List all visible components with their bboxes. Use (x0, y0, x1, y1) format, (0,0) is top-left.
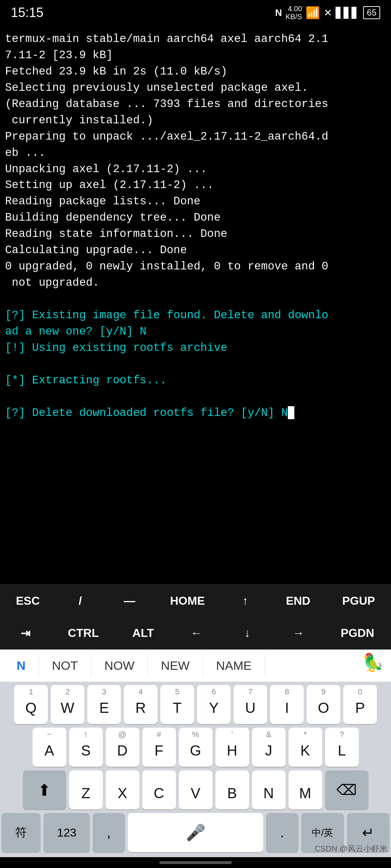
termux-btn-[interactable]: / (66, 591, 95, 610)
key-j[interactable]: &J (252, 728, 286, 767)
termux-btn-pgdn[interactable]: PGDN (335, 624, 380, 643)
termux-btn-home[interactable]: HOME (164, 591, 211, 610)
signal-icon: ▋▋▋ (336, 7, 360, 19)
network-icon: N (275, 7, 282, 18)
terminal-output: termux-main stable/main aarch64 axel aar… (0, 25, 391, 584)
key-u[interactable]: 7U (234, 685, 267, 724)
termux-btn-[interactable]: ← (182, 624, 211, 643)
keyboard-area: NNOTNOWNEWNAME › 🦜 1Q2W3E4R5T6Y7U8I9O0P … (0, 650, 391, 857)
key-l[interactable]: ?L (325, 728, 359, 767)
key-row-2: ~A!S@D#F%G'H&J*K?L (1, 728, 390, 767)
key-q[interactable]: 1Q (14, 685, 48, 724)
termux-btn-end[interactable]: END (280, 591, 316, 610)
suggestion-not[interactable]: NOT (39, 655, 92, 676)
key-e[interactable]: 3E (87, 685, 121, 724)
key-z[interactable]: Z (69, 770, 103, 809)
bottom-bar (0, 857, 391, 868)
watermark: CSDN @风云小虾米 (315, 843, 387, 854)
key-h[interactable]: 'H (215, 728, 249, 767)
suggestion-now[interactable]: NOW (91, 655, 148, 676)
suggestion-name[interactable]: NAME (203, 655, 265, 676)
suggestion-new[interactable]: NEW (148, 655, 203, 676)
status-time: 15:15 (11, 5, 43, 20)
termux-toolbar-1: ESC/—HOME↑ENDPGUP (0, 584, 391, 617)
key-a[interactable]: ~A (33, 728, 66, 767)
network-speed: 4.00KB/S (286, 5, 302, 21)
home-indicator (159, 861, 232, 864)
termux-btn-[interactable]: ⇥ (11, 624, 40, 643)
key-f[interactable]: #F (142, 728, 176, 767)
key-row-3: ⬆ ZXCVBNM⌫ (1, 770, 390, 809)
termux-btn-[interactable]: → (284, 624, 313, 643)
suggestions-list: NNOTNOWNEWNAME (4, 655, 376, 676)
key-o[interactable]: 9O (307, 685, 340, 724)
status-icons: N 4.00KB/S 📶 ✕ ▋▋▋ 65 (275, 5, 380, 21)
termux-btn-[interactable]: ↓ (233, 624, 262, 643)
termux-toolbar-2: ⇥CTRLALT←↓→PGDN (0, 617, 391, 650)
key-d[interactable]: @D (106, 728, 139, 767)
keyboard: 1Q2W3E4R5T6Y7U8I9O0P ~A!S@D#F%G'H&J*K?L … (0, 682, 391, 857)
period-key[interactable]: . (266, 813, 298, 852)
key-w[interactable]: 2W (51, 685, 84, 724)
key-p[interactable]: 0P (343, 685, 377, 724)
mic-icon: 🎤 (186, 823, 206, 842)
key-k[interactable]: *K (289, 728, 322, 767)
termux-btn-alt[interactable]: ALT (127, 624, 160, 643)
key-row-1: 1Q2W3E4R5T6Y7U8I9O0P (1, 685, 390, 724)
space-key[interactable]: 🎤 (128, 813, 263, 852)
backspace-key[interactable]: ⌫ (325, 770, 369, 809)
symbol-key[interactable]: 符 (1, 813, 41, 852)
suggestion-bar: NNOTNOWNEWNAME › 🦜 (0, 650, 391, 682)
key-n[interactable]: N (252, 770, 286, 809)
shift-key[interactable]: ⬆ (23, 770, 66, 809)
key-c[interactable]: C (142, 770, 176, 809)
key-x[interactable]: X (106, 770, 139, 809)
wifi-icon: 📶 (306, 6, 320, 20)
key-r[interactable]: 4R (124, 685, 157, 724)
key-v[interactable]: V (179, 770, 213, 809)
battery-icon: 65 (363, 6, 380, 19)
status-bar: 15:15 N 4.00KB/S 📶 ✕ ▋▋▋ 65 (0, 0, 391, 25)
key-g[interactable]: %G (179, 728, 213, 767)
emoji-icon: 🦜 (362, 652, 384, 673)
suggestion-n[interactable]: N (4, 655, 39, 676)
key-t[interactable]: 5T (160, 685, 194, 724)
termux-btn-ctrl[interactable]: CTRL (62, 624, 104, 643)
comma-key[interactable]: , (93, 813, 125, 852)
termux-btn-[interactable]: — (115, 591, 144, 610)
key-y[interactable]: 6Y (197, 685, 231, 724)
termux-btn-[interactable]: ↑ (231, 591, 260, 610)
termux-btn-esc[interactable]: ESC (10, 591, 46, 610)
key-b[interactable]: B (215, 770, 249, 809)
termux-btn-pgup[interactable]: PGUP (336, 591, 381, 610)
cross-icon: ✕ (324, 7, 332, 19)
key-s[interactable]: !S (69, 728, 103, 767)
key-m[interactable]: M (289, 770, 322, 809)
num-key[interactable]: 123 (43, 813, 90, 852)
key-i[interactable]: 8I (270, 685, 304, 724)
